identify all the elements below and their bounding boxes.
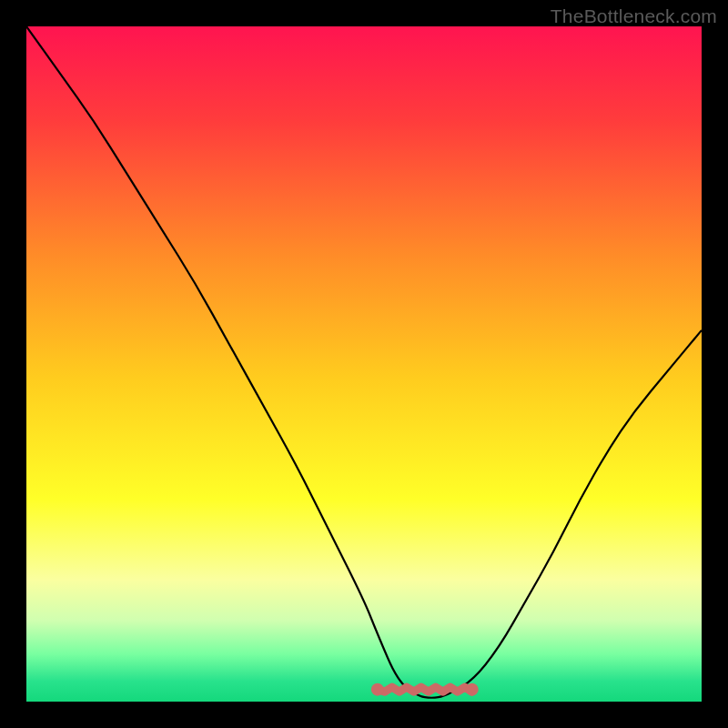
watermark-text: TheBottleneck.com — [551, 5, 717, 27]
chart-svg — [26, 26, 702, 702]
svg-point-0 — [371, 683, 384, 696]
svg-point-1 — [466, 683, 479, 696]
bottleneck-chart — [26, 26, 702, 702]
